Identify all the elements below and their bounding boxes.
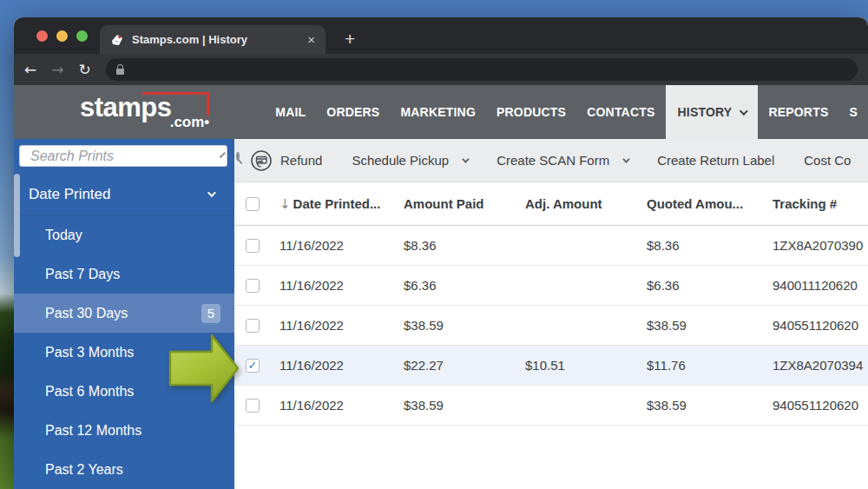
column-header-amount-paid[interactable]: Amount Paid [395,196,516,211]
chevron-down-icon [462,155,469,162]
search-box [19,145,227,167]
cell-date: 11/16/2022 [271,238,395,253]
browser-tab[interactable]: Stamps.com | History × [100,25,326,54]
new-tab-icon[interactable]: + [345,29,355,50]
count-badge: 5 [201,304,220,323]
sidebar-item-label: Today [45,228,82,243]
table-row[interactable]: 11/16/2022 $8.36 $8.36 1ZX8A2070390 [234,226,868,266]
main-navigation: MAIL ORDERS MARKETING PRODUCTS CONTACTS … [265,85,868,139]
nav-item-marketing[interactable]: MARKETING [390,85,486,139]
cell-amount-paid: $22.27 [395,358,516,373]
column-header-tracking[interactable]: Tracking # [764,196,868,211]
nav-item-contacts[interactable]: CONTACTS [576,85,665,139]
cell-quoted: $11.76 [638,358,764,373]
sidebar-item-past-6-months[interactable]: Past 6 Months [14,372,234,411]
traffic-lights [36,30,88,42]
cost-codes-button-clipped[interactable]: Cost Co [804,153,851,168]
cell-date: 11/16/2022 [271,278,395,293]
column-header-adj-amount[interactable]: Adj. Amount [516,196,638,211]
table-row-selected[interactable]: ✓ 11/16/2022 $22.27 $10.51 $11.76 1ZX8A2… [234,346,868,386]
stamps-logo[interactable]: stamps .com• [80,94,211,131]
column-label: Date Printed... [293,196,381,211]
browser-tab-bar: Stamps.com | History × + [14,17,868,54]
row-checkbox[interactable] [246,279,260,293]
nav-item-mail[interactable]: MAIL [265,85,316,139]
sidebar-item-past-2-years[interactable]: Past 2 Years [14,450,234,489]
row-checkbox[interactable] [246,239,260,253]
nav-item-reports[interactable]: REPORTS [758,85,838,139]
chevron-down-icon [740,107,748,116]
sidebar-item-past-7-days[interactable]: Past 7 Days [14,254,234,294]
cell-quoted: $8.36 [638,238,764,253]
nav-item-history[interactable]: HISTORY [666,85,759,139]
logo-bracket [142,92,209,116]
address-bar[interactable] [106,58,858,81]
sidebar-item-label: Past 12 Months [45,423,141,439]
browser-window: Stamps.com | History × + ← → ↻ stamps .c… [14,17,868,489]
row-checkbox[interactable] [246,319,260,333]
window-minimize-button[interactable] [56,30,68,42]
sidebar-item-label: Past 30 Days [45,306,128,321]
sidebar-item-label: Past 7 Days [45,267,120,282]
cell-adj-amount: $10.51 [516,358,638,373]
create-scan-form-label: Create SCAN Form [496,153,609,168]
cell-quoted: $38.59 [638,398,764,413]
sidebar-scrollbar-thumb[interactable] [14,174,20,257]
cell-amount-paid: $38.59 [395,318,516,333]
select-all-checkbox[interactable] [246,197,260,211]
create-scan-form-button[interactable]: Create SCAN Form [496,153,628,168]
create-return-label-button[interactable]: Create Return Label [657,153,774,168]
sidebar-item-past-12-months[interactable]: Past 12 Months [14,411,234,450]
sidebar-item-label: Past 2 Years [45,462,123,478]
nav-item-history-label: HISTORY [678,105,733,119]
sidebar-item-past-3-months[interactable]: Past 3 Months [14,333,234,372]
history-main-panel: Refund Schedule Pickup Create SCAN Form … [234,139,868,489]
cell-tracking: 1ZX8A2070390 [764,238,868,253]
window-zoom-button[interactable] [76,30,88,42]
cell-date: 11/16/2022 [271,358,395,373]
column-header-date-printed[interactable]: ↓Date Printed... [271,196,395,212]
row-checkbox-checked[interactable]: ✓ [246,359,260,373]
refund-button[interactable]: Refund [250,149,322,172]
page-content: Date Printed Today Past 7 Days Past 30 D… [14,139,868,489]
cell-tracking: 940551120620 [764,398,868,413]
sidebar: Date Printed Today Past 7 Days Past 30 D… [14,139,234,489]
table-header-row: ↓Date Printed... Amount Paid Adj. Amount… [234,182,868,226]
schedule-pickup-label: Schedule Pickup [352,153,449,168]
date-filter-panel: Date Printed Today Past 7 Days Past 30 D… [14,174,234,489]
stamps-favicon-icon [110,33,124,47]
window-close-button[interactable] [36,30,48,42]
cell-amount-paid: $8.36 [395,238,516,253]
nav-item-orders[interactable]: ORDERS [316,85,390,139]
search-icon[interactable] [236,152,240,161]
table-row[interactable]: 11/16/2022 $38.59 $38.59 940551120620 [234,386,868,426]
search-input[interactable] [20,149,220,164]
refund-icon [250,149,273,172]
date-printed-section-header[interactable]: Date Printed [14,174,234,215]
nav-item-products[interactable]: PRODUCTS [486,85,576,139]
section-header-label: Date Printed [29,186,111,203]
chevron-down-icon [207,188,216,197]
sidebar-item-today[interactable]: Today [14,215,234,254]
cell-amount-paid: $38.59 [395,398,516,413]
cell-tracking: 940551120620 [764,318,868,333]
cell-tracking: 1ZX8A2070394 [764,358,868,373]
sort-descending-icon: ↓ [279,196,291,212]
browser-toolbar: ← → ↻ [14,54,868,85]
site-header: stamps .com• MAIL ORDERS MARKETING PRODU… [14,85,868,139]
reload-icon[interactable]: ↻ [79,63,91,77]
table-row[interactable]: 11/16/2022 $6.36 $6.36 940011120620 [234,266,868,306]
cell-amount-paid: $6.36 [395,278,516,293]
nav-item-s-clipped[interactable]: S [838,85,868,139]
forward-icon[interactable]: → [51,63,63,77]
sidebar-item-past-30-days[interactable]: Past 30 Days 5 [14,294,234,333]
back-icon[interactable]: ← [24,63,36,77]
cell-date: 11/16/2022 [271,318,395,333]
sidebar-item-label: Past 3 Months [45,345,134,360]
cell-quoted: $6.36 [638,278,764,293]
schedule-pickup-button[interactable]: Schedule Pickup [352,153,467,168]
tab-close-icon[interactable]: × [307,32,315,47]
column-header-quoted-amount[interactable]: Quoted Amou... [638,196,764,211]
row-checkbox[interactable] [246,399,260,413]
table-row[interactable]: 11/16/2022 $38.59 $38.59 940551120620 [234,306,868,346]
